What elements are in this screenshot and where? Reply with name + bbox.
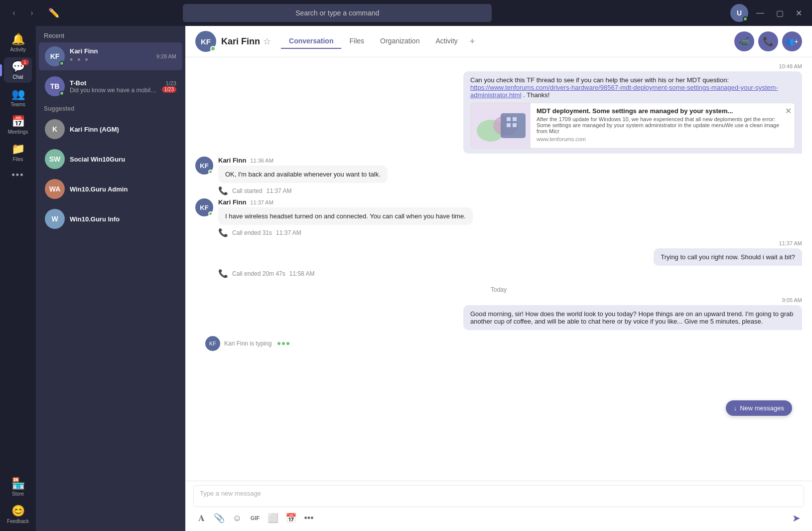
chat-item-t-bot[interactable]: TB T-Bot Did you know we have a mobile a… — [39, 72, 182, 100]
search-bar[interactable]: Search or type a command — [183, 4, 492, 22]
link-preview-content: MDT deployment. Some settings are manage… — [531, 103, 795, 148]
search-placeholder: Search or type a command — [295, 9, 379, 17]
win10-info-name: Win10.Guru Info — [70, 215, 176, 223]
minimize-button[interactable]: — — [752, 6, 768, 19]
msg-in-2-time: 11:37 AM — [250, 199, 273, 205]
conv-tabs: Conversation Files Organization Activity… — [281, 34, 479, 49]
msg-out-1-suffix: . Thanks! — [523, 91, 549, 99]
link-preview-close-button[interactable]: ✕ — [785, 106, 792, 116]
tab-activity[interactable]: Activity — [427, 34, 465, 49]
emoji-button[interactable]: ☺ — [229, 510, 245, 526]
msg-out-2-bubble: Trying to call you right now. Should i w… — [654, 248, 802, 266]
add-tab-button[interactable]: + — [466, 34, 479, 49]
more-options-button[interactable]: ••• — [301, 510, 317, 526]
meet-button[interactable]: 📅 — [283, 510, 299, 526]
maximize-button[interactable]: ▢ — [772, 6, 788, 20]
tab-organization[interactable]: Organization — [372, 34, 427, 49]
msg-in-2-online — [208, 211, 213, 216]
call-ended-2-icon: 📞 — [218, 269, 228, 278]
new-messages-button[interactable]: ↓ New messages — [726, 400, 792, 416]
win10-info-avatar: W — [45, 209, 65, 229]
meetings-icon: 📅 — [11, 115, 25, 128]
star-button[interactable]: ☆ — [263, 36, 271, 47]
social-win10-avatar: SW — [45, 149, 65, 169]
kari-agm-info: Kari Finn (AGM) — [70, 126, 176, 133]
call-event-2: 📞 Call ended 31s 11:37 AM — [218, 228, 802, 237]
sidebar-item-teams[interactable]: 👥 Teams — [4, 85, 32, 110]
chat-item-kari-finn[interactable]: KF Kari Finn • • • 9:28 AM — [39, 42, 182, 70]
link-preview-desc: After the 1709 update for Windows 10, we… — [537, 116, 789, 134]
tab-files[interactable]: Files — [341, 34, 372, 49]
attach-button[interactable]: 📎 — [211, 510, 227, 526]
user-avatar[interactable]: U — [730, 4, 748, 22]
msg-out-1-bubble: Can you check this TF thread to see if y… — [463, 71, 802, 154]
conv-actions: 📹 📞 👥+ — [734, 31, 802, 51]
chat-item-win10-info[interactable]: W Win10.Guru Info — [39, 205, 182, 233]
t-bot-avatar: TB — [45, 76, 65, 96]
gif-button[interactable]: GIF — [247, 510, 263, 526]
call-started-text: Call started — [232, 187, 263, 194]
back-button[interactable]: ‹ — [6, 5, 22, 21]
social-win10-name: Social Win10Guru — [70, 156, 176, 163]
sidebar-item-files[interactable]: 📁 Files — [4, 140, 32, 165]
svg-rect-7 — [513, 123, 517, 127]
msg-in-2-content: Kari Finn 11:37 AM I have wireless heads… — [218, 198, 802, 225]
new-messages-label: New messages — [740, 404, 784, 412]
msg-out-2: 11:37 AM Trying to call you right now. S… — [195, 240, 802, 266]
send-button[interactable]: ➤ — [788, 510, 804, 526]
compose-button[interactable]: ✏️ — [46, 5, 62, 21]
typing-indicator: KF Kari Finn is typing — [205, 333, 802, 354]
kari-finn-info: Kari Finn • • • — [70, 47, 151, 65]
call-ended-1-icon: 📞 — [218, 228, 228, 237]
format-button[interactable]: 𝐀 — [193, 510, 209, 526]
titlebar: ‹ › ✏️ Search or type a command U — ▢ ✕ — [0, 0, 812, 26]
call-started-icon: 📞 — [218, 186, 228, 195]
svg-rect-4 — [507, 117, 511, 121]
sidebar-item-activity[interactable]: 🔔 Activity — [4, 30, 32, 55]
msg-in-2-header: Kari Finn 11:37 AM — [218, 198, 802, 206]
typing-dot-3 — [286, 342, 289, 345]
tab-conversation[interactable]: Conversation — [281, 34, 341, 49]
msg-in-1-content: Kari Finn 11:36 AM OK, I'm back and avai… — [218, 157, 802, 183]
chat-item-kari-agm[interactable]: K Kari Finn (AGM) — [39, 115, 182, 143]
forward-button[interactable]: › — [24, 5, 40, 21]
kari-agm-name: Kari Finn (AGM) — [70, 126, 176, 133]
msg-in-1-header: Kari Finn 11:36 AM — [218, 157, 802, 164]
message-toolbar: 𝐀 📎 ☺ GIF ⬜ 📅 ••• ➤ — [193, 507, 804, 527]
chat-item-win10-admin[interactable]: WA Win10.Guru Admin — [39, 175, 182, 203]
kari-finn-avatar: KF — [45, 46, 65, 66]
chat-item-social-win10[interactable]: SW Social Win10Guru — [39, 145, 182, 173]
sidebar-item-feedback[interactable]: 😊 Feedback — [4, 502, 32, 527]
msg-input-area: Type a new message 𝐀 📎 ☺ GIF ⬜ 📅 ••• ➤ — [185, 481, 812, 531]
messages-area[interactable]: 10:48 AM Can you check this TF thread to… — [185, 57, 812, 481]
msg-out-1-link[interactable]: https://www.tenforums.com/drivers-hardwa… — [470, 84, 778, 99]
sidebar-item-chat[interactable]: 1 💬 Chat — [4, 57, 32, 83]
msg-in-1-name: Kari Finn — [218, 157, 246, 164]
kari-finn-meta: 9:28 AM — [156, 53, 176, 59]
call-started-time: 11:37 AM — [267, 187, 292, 194]
conv-contact-online — [210, 46, 216, 51]
svg-rect-6 — [507, 123, 511, 127]
kari-finn-preview: • • • — [70, 55, 151, 65]
nav-buttons: ‹ › — [6, 5, 40, 21]
sidebar-item-more[interactable]: ••• — [4, 167, 32, 183]
t-bot-info: T-Bot Did you know we have a mobile ap..… — [70, 79, 157, 94]
typing-text: Kari Finn is typing — [224, 340, 271, 347]
conv-header: KF Kari Finn ☆ Conversation Files Organi… — [185, 26, 812, 57]
sticker-button[interactable]: ⬜ — [265, 510, 281, 526]
people-button[interactable]: 👥+ — [782, 31, 802, 51]
t-bot-name: T-Bot — [70, 79, 157, 87]
sidebar-item-activity-label: Activity — [10, 47, 26, 52]
sidebar-item-store[interactable]: 🏪 Store — [4, 474, 32, 500]
video-call-button[interactable]: 📹 — [734, 31, 754, 51]
message-input[interactable]: Type a new message — [193, 485, 804, 507]
more-icon: ••• — [12, 170, 24, 180]
close-button[interactable]: ✕ — [792, 6, 806, 20]
t-bot-time: 1/23 — [162, 80, 176, 86]
call-ended-2-time: 11:58 AM — [289, 270, 315, 277]
sidebar-item-meetings[interactable]: 📅 Meetings — [4, 112, 32, 138]
conversation-area: KF Kari Finn ☆ Conversation Files Organi… — [185, 26, 812, 531]
audio-call-button[interactable]: 📞 — [758, 31, 778, 51]
kari-finn-online — [59, 61, 64, 66]
t-bot-preview: Did you know we have a mobile ap... — [70, 87, 157, 94]
